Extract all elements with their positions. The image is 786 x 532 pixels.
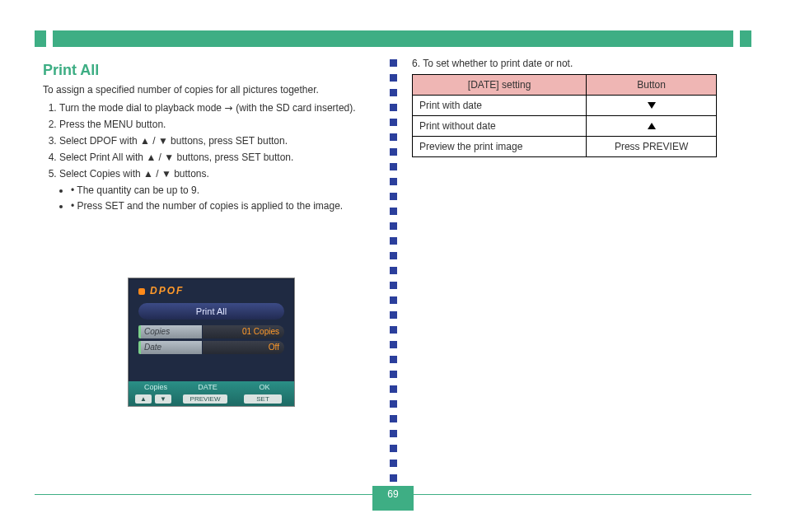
row-value: 01 Copies bbox=[203, 325, 284, 338]
triangle-up-icon bbox=[648, 123, 656, 129]
cell-button bbox=[587, 96, 717, 116]
step-text-cont: (with the SD card inserted). bbox=[236, 102, 355, 114]
step-text: Turn the mode dial to playback mode bbox=[59, 102, 222, 114]
footer-btn-up[interactable]: ▲ bbox=[135, 394, 152, 404]
triangle-down-icon bbox=[648, 102, 656, 109]
right-column: 6. To set whether to print date or not. … bbox=[412, 58, 748, 157]
manual-page: Print All To assign a specified number o… bbox=[0, 0, 786, 532]
row-value: Off bbox=[203, 341, 284, 354]
footer-col-copies: Copies bbox=[135, 383, 176, 391]
header-bar bbox=[35, 30, 751, 47]
step-5: Select Copies with ▲ / ▼ buttons. • The … bbox=[59, 166, 372, 213]
screen-brand: DPOF bbox=[138, 285, 184, 296]
table-head-setting: [DATE] setting bbox=[413, 75, 587, 96]
step-2: Press the MENU button. bbox=[59, 117, 372, 132]
step-4: Select Print All with ▲ / ▼ buttons, pre… bbox=[59, 150, 372, 165]
screen-row-copies: Copies 01 Copies bbox=[138, 325, 284, 338]
table-head-button: Button bbox=[587, 75, 717, 96]
arrow-icon: → bbox=[224, 102, 236, 114]
row-label: Copies bbox=[138, 325, 202, 338]
step-5a: • The quantity can be up to 9. bbox=[71, 183, 372, 198]
table-row: Print without date bbox=[413, 116, 717, 137]
footer-col-ok: OK bbox=[244, 383, 285, 391]
footer-btn-set[interactable]: SET bbox=[244, 394, 282, 404]
table-row: Preview the print image Press PREVIEW bbox=[413, 137, 717, 157]
camera-screen: DPOF Print All Copies 01 Copies Date Off… bbox=[128, 278, 295, 407]
section-intro: To assign a specified number of copies f… bbox=[43, 84, 372, 96]
step-5b: • Press SET and the number of copies is … bbox=[71, 198, 372, 213]
screen-mode-pill: Print All bbox=[138, 303, 284, 320]
cell-button: Press PREVIEW bbox=[587, 137, 717, 157]
cell-setting: Print without date bbox=[413, 116, 587, 137]
screen-row-date: Date Off bbox=[138, 341, 284, 354]
header-accent-left bbox=[35, 30, 46, 47]
table-head-row: [DATE] setting Button bbox=[413, 75, 717, 96]
right-lead-text: To set whether to print date or not. bbox=[423, 58, 573, 69]
table-row: Print with date bbox=[413, 96, 717, 116]
screen-footer: Copies DATE OK ▲ ▼ PREVIEW SET bbox=[129, 381, 294, 406]
step-text: Select Copies with ▲ / ▼ buttons. bbox=[59, 168, 209, 180]
column-divider bbox=[390, 59, 398, 488]
footer-btn-preview[interactable]: PREVIEW bbox=[183, 394, 227, 404]
row-label: Date bbox=[138, 341, 202, 354]
left-column: Print All To assign a specified number o… bbox=[43, 62, 372, 215]
step-3: Select DPOF with ▲ / ▼ buttons, press SE… bbox=[59, 133, 372, 148]
brand-text: DPOF bbox=[150, 285, 184, 296]
cell-button bbox=[587, 116, 717, 137]
cell-setting: Print with date bbox=[413, 96, 587, 116]
footer-col-date: DATE bbox=[183, 383, 232, 391]
section-heading: Print All bbox=[43, 62, 372, 79]
header-accent-right bbox=[740, 30, 751, 47]
header-main bbox=[53, 30, 733, 47]
brand-dot-icon bbox=[138, 288, 145, 295]
footer-btn-down[interactable]: ▼ bbox=[155, 394, 171, 404]
right-lead: 6. To set whether to print date or not. bbox=[412, 58, 748, 69]
cell-setting: Preview the print image bbox=[413, 137, 587, 157]
page-number: 69 bbox=[372, 486, 414, 506]
step-1: Turn the mode dial to playback mode → (w… bbox=[59, 100, 372, 115]
step-5-sublist: • The quantity can be up to 9. • Press S… bbox=[71, 183, 372, 213]
instruction-list: Turn the mode dial to playback mode → (w… bbox=[59, 100, 372, 213]
date-setting-table: [DATE] setting Button Print with date Pr… bbox=[412, 74, 717, 157]
